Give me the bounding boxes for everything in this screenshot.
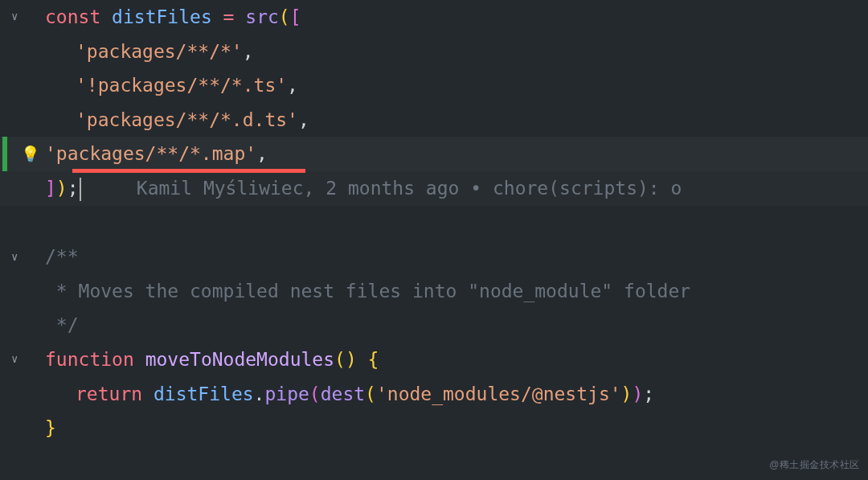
- code-editor[interactable]: ∨ const distFiles = src([ 'packages/**/*…: [0, 0, 868, 445]
- keyword: const: [45, 6, 100, 27]
- dot: .: [254, 384, 265, 404]
- function-name: moveToNodeModules: [145, 349, 334, 370]
- bracket-close: ]: [45, 178, 56, 199]
- paren-close: ): [632, 384, 643, 404]
- lightbulb-icon[interactable]: 💡: [21, 140, 40, 168]
- code-line[interactable]: 'packages/**/*',: [0, 35, 868, 69]
- code-line[interactable]: '!packages/**/*.ts',: [0, 68, 868, 103]
- string-literal: 'packages/**/*': [76, 41, 243, 62]
- string-literal: 'packages/**/*.map': [45, 143, 256, 164]
- git-modified-bar: [2, 137, 7, 171]
- keyword: function: [45, 349, 134, 370]
- fold-chevron-icon[interactable]: ∨: [11, 247, 18, 268]
- string-literal: 'node_modules/@nestjs': [376, 384, 621, 404]
- paren-open: (: [309, 384, 321, 404]
- code-line[interactable]: ∨ function moveToNodeModules() {: [0, 343, 868, 377]
- code-line[interactable]: 'packages/**/*.d.ts',: [0, 103, 868, 137]
- blank-line: [0, 206, 868, 240]
- function-call: src: [245, 6, 279, 27]
- code-line-modified[interactable]: 💡 'packages/**/*.map',: [0, 137, 868, 171]
- paren-close: ): [56, 178, 68, 199]
- code-line[interactable]: return distFiles.pipe(dest('node_modules…: [0, 377, 868, 412]
- parens: (): [334, 349, 357, 370]
- gitlens-annotation: Kamil Myśliwiec, 2 months ago • chore(sc…: [81, 178, 682, 199]
- semicolon: ;: [643, 384, 654, 404]
- semicolon: ;: [68, 178, 79, 199]
- code-line[interactable]: ∨ const distFiles = src([: [0, 0, 868, 35]
- brace-close: }: [45, 411, 56, 445]
- comma: ,: [256, 143, 268, 164]
- watermark: @稀土掘金技术社区: [769, 456, 860, 474]
- comma: ,: [298, 109, 309, 130]
- comment: /**: [45, 240, 79, 274]
- code-line[interactable]: */: [0, 308, 868, 343]
- code-line[interactable]: * Moves the compiled nest files into "no…: [0, 274, 868, 309]
- comment: */: [45, 308, 79, 343]
- paren-close: ): [621, 384, 633, 404]
- brace-open: {: [357, 349, 379, 370]
- paren-open: (: [365, 384, 376, 404]
- variable: distFiles: [154, 384, 254, 404]
- variable: distFiles: [112, 6, 212, 27]
- string-literal: 'packages/**/*.d.ts': [76, 109, 298, 130]
- code-line[interactable]: ∨ /**: [0, 240, 868, 274]
- bracket-open: [: [290, 6, 301, 27]
- comma: ,: [287, 75, 298, 96]
- method-call: pipe: [264, 384, 309, 404]
- keyword: return: [76, 384, 142, 404]
- code-line-current[interactable]: ]); Kamil Myśliwiec, 2 months ago • chor…: [0, 171, 868, 206]
- comment: * Moves the compiled nest files into "no…: [45, 274, 690, 309]
- comma: ,: [243, 41, 254, 62]
- string-literal: '!packages/**/*.ts': [76, 75, 287, 96]
- fold-chevron-icon[interactable]: ∨: [11, 6, 18, 27]
- code-line[interactable]: }: [0, 411, 868, 445]
- operator: =: [212, 6, 246, 27]
- function-call: dest: [321, 384, 365, 404]
- fold-chevron-icon[interactable]: ∨: [11, 349, 18, 370]
- paren-open: (: [279, 6, 290, 27]
- text-cursor: [80, 178, 81, 201]
